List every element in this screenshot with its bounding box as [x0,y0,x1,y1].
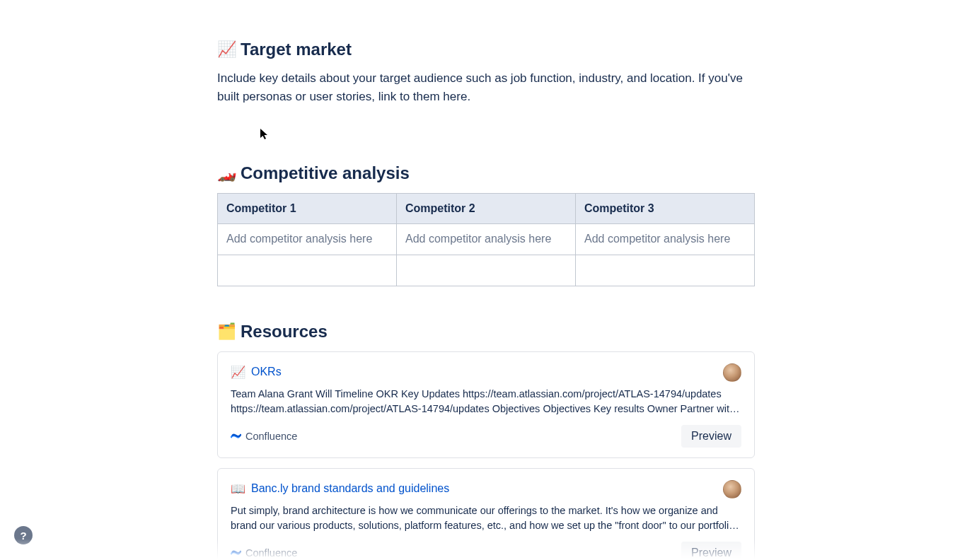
avatar[interactable] [723,363,741,382]
resource-link-okrs[interactable]: OKRs [251,366,282,378]
confluence-icon [231,431,241,441]
resource-source-label: Confluence [245,547,297,559]
heading-competitive-analysis: 🏎️ Competitive analysis [217,163,755,183]
racing-car-icon: 🏎️ [217,164,236,182]
competitor-header-3[interactable]: Competitor 3 [576,193,755,223]
open-book-icon: 📖 [231,482,245,496]
table-row[interactable]: Add competitor analysis here Add competi… [218,223,755,255]
preview-button[interactable]: Preview [681,425,741,448]
competitor-cell[interactable]: Add competitor analysis here [397,223,576,255]
table-row[interactable] [218,255,755,286]
chart-increasing-icon: 📈 [217,40,236,59]
heading-target-market: 📈 Target market [217,40,755,59]
resource-link-brand-standards[interactable]: Banc.ly brand standards and guidelines [251,482,449,495]
preview-button[interactable]: Preview [681,542,741,560]
mouse-cursor-icon [260,129,269,140]
chart-increasing-icon: 📈 [231,365,245,380]
competitor-cell[interactable] [397,255,576,286]
competitor-cell[interactable]: Add competitor analysis here [218,223,397,255]
target-market-body[interactable]: Include key details about your target au… [217,69,755,107]
help-button[interactable]: ? [14,526,33,544]
heading-target-market-text: Target market [241,40,352,59]
competitor-table[interactable]: Competitor 1 Competitor 2 Competitor 3 A… [217,193,755,286]
resource-card[interactable]: 📖 Banc.ly brand standards and guidelines… [217,468,755,560]
resource-source-label: Confluence [245,431,297,442]
competitor-header-1[interactable]: Competitor 1 [218,193,397,223]
heading-competitive-analysis-text: Competitive analysis [241,163,410,183]
competitor-cell[interactable] [576,255,755,286]
resource-source: Confluence [231,547,297,559]
competitor-header-2[interactable]: Competitor 2 [397,193,576,223]
resource-source: Confluence [231,431,297,442]
resource-excerpt: Team Alana Grant Will Timeline OKR Key U… [231,387,741,416]
heading-resources-text: Resources [241,322,328,342]
confluence-icon [231,547,241,558]
avatar[interactable] [723,480,741,498]
heading-resources: 🗂️ Resources [217,322,755,342]
resource-card[interactable]: 📈 OKRs Team Alana Grant Will Timeline OK… [217,351,755,458]
competitor-cell[interactable] [218,255,397,286]
resource-excerpt: Put simply, brand architecture is how we… [231,503,741,533]
card-file-box-icon: 🗂️ [217,322,236,341]
competitor-cell[interactable]: Add competitor analysis here [576,223,755,255]
